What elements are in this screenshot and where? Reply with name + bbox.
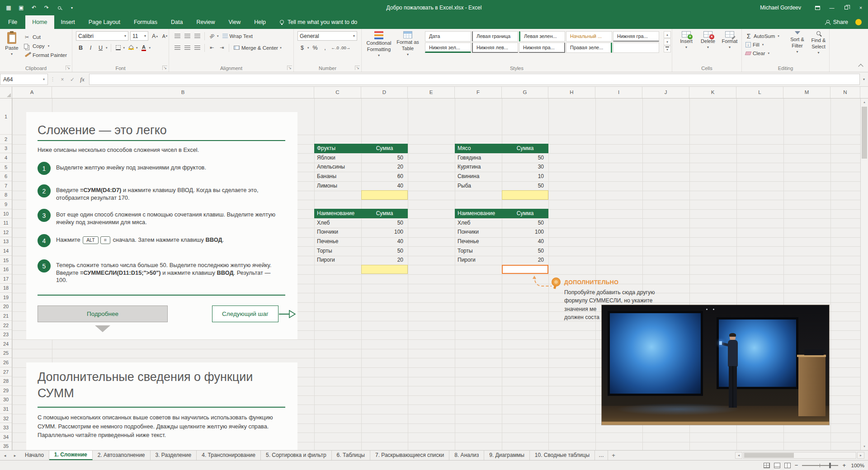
cell[interactable]: 20 (361, 164, 408, 170)
column-header-f[interactable]: F (455, 87, 502, 98)
cell-style-blank[interactable] (613, 42, 659, 53)
save-button[interactable]: ▣ (18, 5, 24, 11)
scrollbar-thumb[interactable] (744, 453, 794, 458)
cell-style-bottom-green[interactable]: Нижняя зел... (425, 42, 471, 53)
zoom-out-button[interactable]: − (795, 462, 798, 469)
align-middle-button[interactable] (183, 31, 192, 41)
gallery-scroll-up-button[interactable]: ▴ (664, 31, 671, 38)
qat-customize-button[interactable]: ▾ (69, 6, 75, 10)
sheet-tab-tablitsy[interactable]: 6. Таблицы (332, 451, 370, 460)
name-box[interactable]: A64 ▾ (0, 74, 48, 85)
accounting-format-button[interactable]: $ (297, 43, 307, 52)
cell[interactable]: Бананы (314, 173, 361, 179)
tab-insert[interactable]: Insert (54, 15, 82, 29)
cell-style-bottom-border[interactable]: Нижняя гра... (613, 31, 659, 42)
scroll-left-arrow[interactable]: ◂ (735, 452, 742, 459)
sheet-tab-sortirovka[interactable]: 5. Сортировка и фильтр (261, 451, 332, 460)
gallery-scroll-down-button[interactable]: ▾ (664, 38, 671, 45)
insert-function-button[interactable]: fx (77, 76, 87, 83)
cell[interactable]: Торты (455, 248, 502, 254)
zoom-in-button[interactable]: + (842, 462, 846, 469)
fill-color-button[interactable] (126, 43, 136, 52)
row-header-20[interactable]: 20 (0, 302, 12, 312)
font-family-select[interactable]: Calibri▾ (76, 31, 128, 41)
tab-home[interactable]: Home (25, 15, 54, 29)
header-cell[interactable]: Наименование (314, 210, 361, 216)
row-header-19[interactable]: 19 (0, 293, 12, 302)
normal-view-button[interactable] (764, 463, 770, 468)
decrease-font-button[interactable]: A▾ (160, 31, 170, 41)
cell[interactable]: 100 (502, 229, 548, 235)
restore-button[interactable] (839, 0, 854, 15)
vertical-scrollbar[interactable]: ▴ ▾ (860, 99, 868, 450)
cell[interactable]: Пончики (455, 229, 502, 235)
align-center-button[interactable] (183, 43, 192, 52)
zoom-percentage[interactable]: 100% (850, 463, 864, 468)
cell[interactable]: Лимоны (314, 183, 361, 189)
clipboard-dialog-launcher[interactable]: ↘ (66, 66, 71, 70)
row-header-26[interactable]: 26 (0, 358, 12, 367)
tab-page-layout[interactable]: Page Layout (82, 15, 127, 29)
row-header-22[interactable]: 22 (0, 321, 12, 330)
tab-help[interactable]: Help (247, 15, 273, 29)
row-header-6[interactable]: 6 (0, 172, 12, 181)
percent-style-button[interactable]: % (311, 43, 320, 52)
column-header-k[interactable]: K (689, 87, 736, 98)
row-header-28[interactable]: 28 (0, 376, 12, 386)
row-header-30[interactable]: 30 (0, 395, 12, 405)
page-layout-view-button[interactable] (774, 463, 780, 468)
row-header-33[interactable]: 33 (0, 423, 12, 432)
row-header-11[interactable]: 11 (0, 218, 12, 228)
cell[interactable]: 40 (361, 183, 408, 189)
sheet-tab-razdelenie[interactable]: 3. Разделение (151, 451, 197, 460)
font-color-button[interactable]: A (139, 43, 149, 52)
cell-style-right-green[interactable]: Правая зеле... (566, 42, 612, 53)
cell[interactable]: Пончики (314, 229, 361, 235)
input-cell-yellow[interactable] (361, 265, 408, 274)
paste-button[interactable]: Paste ▾ (3, 31, 21, 64)
cell[interactable]: Хлеб (455, 220, 502, 226)
header-cell[interactable]: Сумма (361, 145, 408, 151)
row-header-9[interactable]: 9 (0, 200, 12, 209)
tab-review[interactable]: Review (189, 15, 222, 29)
cell[interactable]: Пироги (455, 257, 502, 263)
italic-button[interactable]: I (86, 43, 95, 52)
column-header-h[interactable]: H (548, 87, 595, 98)
column-header-a[interactable]: A (12, 87, 52, 98)
column-header-d[interactable]: D (361, 87, 408, 98)
cell[interactable]: Хлеб (314, 220, 361, 226)
cell[interactable]: Печенье (455, 238, 502, 244)
cell[interactable]: 30 (502, 164, 548, 170)
cell[interactable]: 50 (361, 155, 408, 161)
underline-button[interactable]: U (96, 43, 105, 52)
cell[interactable]: Яблоки (314, 155, 361, 161)
cut-button[interactable]: ✂Cut (23, 33, 68, 42)
format-as-table-button[interactable]: Format as Table ▾ (394, 31, 421, 57)
number-dialog-launcher[interactable]: ↘ (355, 66, 360, 70)
cell[interactable]: Рыба (455, 183, 502, 189)
increase-decimal-button[interactable]: ←.0 (330, 43, 340, 52)
row-header-12[interactable]: 12 (0, 228, 12, 237)
increase-font-button[interactable]: A▴ (150, 31, 160, 41)
cell[interactable]: 60 (361, 173, 408, 179)
tab-file[interactable]: File (0, 15, 25, 29)
row-header-5[interactable]: 5 (0, 163, 12, 172)
header-cell[interactable]: Сумма (502, 145, 548, 151)
align-top-button[interactable] (173, 31, 182, 41)
header-cell[interactable]: Мясо (455, 145, 502, 151)
cell[interactable]: Пироги (314, 257, 361, 263)
cell[interactable]: Апельсины (314, 164, 361, 170)
sheet-tab-overflow[interactable]: … (595, 451, 608, 460)
cancel-button[interactable]: × (57, 76, 67, 83)
cell[interactable]: 10 (502, 173, 548, 179)
alignment-dialog-launcher[interactable]: ↘ (287, 66, 292, 70)
increase-indent-button[interactable]: ⇥ (217, 43, 226, 52)
sheet-tab-nachalo[interactable]: Начало (20, 451, 49, 460)
ribbon-display-options-button[interactable] (810, 0, 825, 15)
find-select-button[interactable]: Find & Select ▾ (808, 31, 829, 56)
tab-view[interactable]: View (222, 15, 247, 29)
insert-cells-button[interactable]: + Insert ▾ (676, 31, 697, 50)
sheet-tab-spiski[interactable]: 7. Раскрывающиеся списки (370, 451, 449, 460)
column-header-m[interactable]: M (783, 87, 830, 98)
merge-center-button[interactable]: Merge & Center▾ (231, 43, 285, 52)
